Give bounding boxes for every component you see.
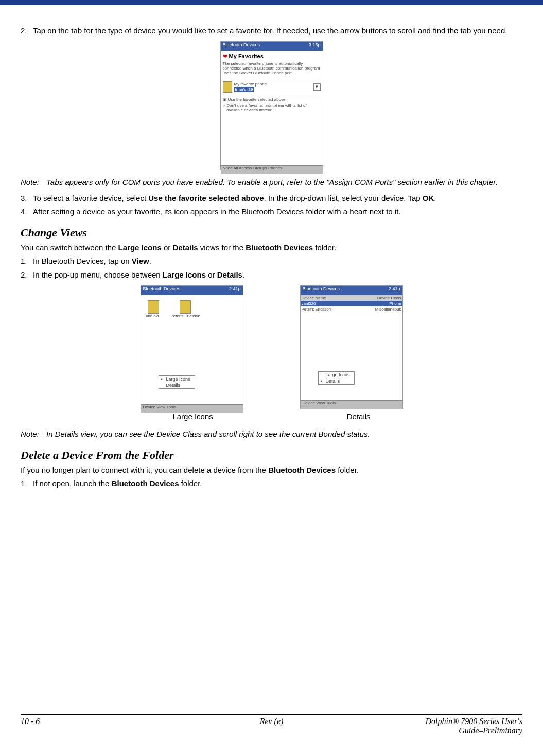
footer-right-line2: Guide–Preliminary [355,726,522,735]
favorites-titlebar: Bluetooth Devices 3:15p [221,42,323,51]
det-r1c1: vani520 [302,301,390,306]
cv-step-1-num: 1. [21,256,33,266]
caption-details: Details [347,412,371,421]
cv-step-2-num: 2. [21,270,33,280]
del-intro-a: If you no longer plan to connect with it… [21,466,268,474]
del-s1-num: 1. [21,478,33,489]
cv-intro-b2: Details [172,243,198,252]
fav-radio1: Use the favorite selected above. [228,97,287,102]
favorites-desc: The selected favorite phone is automatic… [223,62,321,75]
menu-large-icons-2[interactable]: Large Icons [319,372,354,378]
cv-intro-b3: Bluetooth Devices [246,243,313,252]
details-titlebar: Bluetooth Devices 2:41p [301,286,402,295]
favorites-body: ❤ My Favorites The selected favorite pho… [221,51,323,165]
det-body: Device Name Device Class vani520 Phone P… [301,295,402,400]
icon-row: vani520 Peter's Ericsson [143,297,241,321]
document-page: 2. Tap on the tab for the type of device… [0,0,543,756]
note-com-ports: Note: Tabs appears only for COM ports yo… [21,177,522,187]
fav-phone-value: Irma's t39 [234,87,254,92]
step-3-c: . [434,194,436,202]
cv-intro-b1: Large Icons [118,243,162,252]
step-4-number: 4. [21,207,33,217]
delete-step-1: 1. If not open, launch the Bluetooth Dev… [21,478,522,489]
del-s1-text: If not open, launch the Bluetooth Device… [33,478,522,489]
menu-large-icons[interactable]: Large Icons [159,376,195,382]
fav-radio2: Don't use a favorite; prompt me with a l… [226,103,320,112]
delete-intro: If you no longer plan to connect with it… [21,465,522,475]
change-views-intro: You can switch between the Large Icons o… [21,243,522,253]
cv-step-2-text: In the pop-up menu, choose between Large… [33,270,522,280]
favorites-heading: My Favorites [229,53,264,59]
favorites-screenshot: Bluetooth Devices 3:15p ❤ My Favorites T… [220,41,323,170]
del-s1-c: folder. [179,479,202,488]
icon-item-1: vani520 [146,300,161,318]
note2-label: Note: [21,429,46,439]
delete-device-heading: Delete a Device From the Folder [21,449,522,462]
favorites-title: Bluetooth Devices [223,42,260,50]
li-time: 2:41p [229,286,241,295]
step-3-bold2: OK [423,194,434,202]
favorites-time: 3:15p [309,42,321,50]
del-intro-b: Bluetooth Devices [268,466,336,474]
page-footer: 10 - 6 Rev (e) Dolphin® 7900 Series User… [21,714,522,735]
cv-intro-a: You can switch between the [21,243,118,252]
header-rule [0,0,543,5]
det-r2c1: Peter's Ericsson [302,307,375,312]
del-intro-c: folder. [336,466,359,474]
det-col1: Device Name [302,296,377,300]
cv-s2-c: or [206,270,217,279]
note1-text: Tabs appears only for COM ports you have… [46,177,522,187]
det-bottom: Device View Tools [301,400,402,409]
cv-s1-a: In Bluetooth Devices, tap on [33,256,132,265]
det-col2: Device Class [377,296,401,300]
device-icon [180,300,191,314]
menu-details[interactable]: Details [159,382,195,388]
footer-guide-title: Dolphin® 7900 Series User's Guide–Prelim… [355,717,522,735]
phone-icon [223,81,232,93]
details-screenshot: Bluetooth Devices 2:41p Device Name Devi… [300,285,403,409]
det-time: 2:41p [389,286,400,295]
note-details-view: Note: In Details view, you can see the D… [21,429,522,439]
step-4-text: After setting a device as your favorite,… [33,207,522,217]
view-popup-menu: Large Icons Details [159,375,195,389]
step-2-number: 2. [21,26,33,36]
favorites-tabs: None All Access Dialups Phones [221,165,323,174]
step-3-number: 3. [21,193,33,203]
views-caption-row: Large Icons Details [21,412,522,421]
step-4: 4. After setting a device as your favori… [21,207,522,217]
menu-details-2[interactable]: Details [319,378,354,384]
radio-selected-icon[interactable]: ◉ [223,97,226,102]
step-3-b: . In the drop-down list, select your dev… [264,194,423,202]
cv-s2-b1: Large Icons [163,270,206,279]
details-header-row: Device Name Device Class [301,295,402,301]
footer-page-number: 10 - 6 [21,717,188,735]
radio-unselected-icon[interactable]: ○ [223,103,225,108]
step-3-a: To select a favorite device, select [33,194,148,202]
li-body: vani520 Peter's Ericsson Large Icons Det… [141,295,243,404]
cv-intro-d: views for the [198,243,246,252]
cv-intro-c: or [162,243,173,252]
note1-label: Note: [21,177,46,187]
footer-right-line1: Dolphin® 7900 Series User's [355,717,522,726]
icon1-label: vani520 [146,314,161,318]
del-s1-a: If not open, launch the [33,479,112,488]
note2-text: In Details view, you can see the Device … [46,429,522,439]
fav-phone-label: My favorite phone [234,82,311,87]
device-icon [148,300,159,314]
step-3-bold1: Use the favorite selected above [148,194,264,202]
large-icons-titlebar: Bluetooth Devices 2:41p [141,286,243,295]
step-3-text: To select a favorite device, select Use … [33,193,522,203]
icon-item-2: Peter's Ericsson [171,300,201,318]
cv-s2-b2: Details [217,270,242,279]
favorites-figure: Bluetooth Devices 3:15p ❤ My Favorites T… [21,41,522,170]
dropdown-arrow-icon[interactable]: ▾ [313,83,321,91]
cv-s1-b: View [132,256,149,265]
views-figure-row: Bluetooth Devices 2:41p vani520 Peter's … [21,285,522,409]
cv-s2-a: In the pop-up menu, choose between [33,270,163,279]
cv-step-1: 1. In Bluetooth Devices, tap on View. [21,256,522,266]
cv-step-2: 2. In the pop-up menu, choose between La… [21,270,522,280]
li-bottom: Device View Tools [141,404,243,413]
details-popup-menu: Large Icons Details [318,371,355,385]
cv-intro-e: folder. [313,243,336,252]
change-views-heading: Change Views [21,226,522,239]
